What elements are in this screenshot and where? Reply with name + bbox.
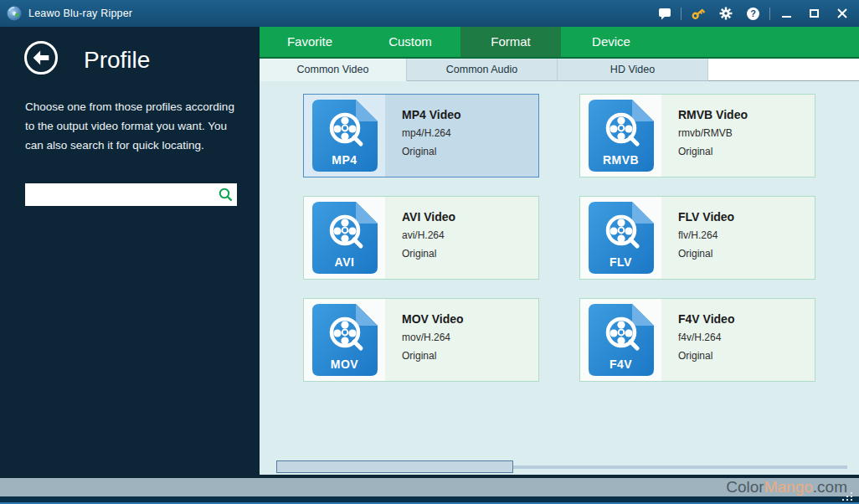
taskbar-strip: [0, 496, 859, 504]
profile-card-flv[interactable]: FLV FLV Video flv/H.264 Original: [579, 196, 815, 280]
card-title: MP4 Video: [402, 108, 538, 121]
feedback-button[interactable]: [651, 0, 678, 27]
card-format: mp4/H.264: [402, 127, 538, 139]
subtab-common-audio[interactable]: Common Audio: [407, 59, 558, 81]
card-icon-zone: MOV: [304, 299, 385, 381]
format-badge: AVI: [312, 255, 378, 269]
card-quality: Original: [678, 146, 815, 157]
card-format: avi/H.264: [402, 229, 538, 241]
subtab-common-video[interactable]: Common Video: [260, 59, 407, 81]
profile-card-mov[interactable]: MOV MOV Video mov/H.264 Original: [303, 298, 539, 382]
back-button[interactable]: [24, 41, 58, 75]
window-title: Leawo Blu-ray Ripper: [28, 8, 132, 19]
card-icon-zone: RMVB: [580, 95, 661, 177]
video-file-icon: AVI: [312, 202, 378, 274]
horizontal-scrollbar-thumb[interactable]: [276, 460, 513, 473]
card-title: RMVB Video: [678, 108, 815, 121]
video-file-icon: RMVB: [589, 100, 654, 172]
category-tabbar: Favorite Custom Format Device: [260, 27, 859, 59]
watermark-text: ColorMango.com: [726, 478, 847, 496]
format-badge: FLV: [589, 255, 654, 269]
search-icon[interactable]: [219, 188, 233, 202]
titlebar-separator: [769, 8, 770, 20]
card-text: MP4 Video mp4/H.264 Original: [385, 95, 538, 177]
card-quality: Original: [402, 350, 538, 362]
card-quality: Original: [402, 248, 538, 260]
format-badge: MP4: [312, 153, 378, 167]
help-icon: ?: [747, 8, 759, 20]
settings-button[interactable]: [712, 0, 739, 27]
watermark-band: ColorMango.com: [0, 478, 859, 496]
back-arrow-icon: [32, 49, 50, 66]
card-title: MOV Video: [402, 312, 538, 326]
profile-search: [25, 183, 237, 206]
format-badge: RMVB: [589, 153, 654, 167]
video-file-icon: F4V: [589, 304, 654, 376]
register-button[interactable]: [684, 0, 712, 27]
card-format: mov/H.264: [402, 332, 538, 343]
help-button[interactable]: ?: [739, 0, 767, 27]
card-format: rmvb/RMVB: [678, 127, 815, 139]
video-file-icon: MOV: [312, 304, 378, 376]
format-subtabs: Common Video Common Audio HD Video: [260, 59, 859, 81]
card-quality: Original: [678, 350, 815, 362]
maximize-icon: [810, 9, 819, 18]
watermark-color: Color: [726, 478, 764, 496]
subtab-filler: [708, 59, 859, 81]
tab-custom[interactable]: Custom: [360, 27, 460, 57]
card-icon-zone: F4V: [580, 299, 661, 381]
minimize-icon: [782, 16, 791, 18]
card-icon-zone: AVI: [304, 197, 385, 279]
page-title: Profile: [84, 47, 150, 74]
card-title: F4V Video: [678, 312, 815, 326]
card-quality: Original: [678, 248, 815, 260]
card-format: flv/H.264: [678, 229, 815, 241]
app-logo-disc-icon: [7, 6, 22, 21]
resize-grip-icon[interactable]: [842, 492, 852, 500]
minimize-button[interactable]: [773, 0, 800, 27]
close-button[interactable]: [828, 0, 856, 27]
sidebar: Profile Choose one from those profiles a…: [0, 27, 260, 478]
search-input[interactable]: [25, 183, 213, 206]
video-file-icon: FLV: [589, 202, 654, 274]
window-controls: ?: [651, 0, 859, 27]
format-badge: MOV: [312, 357, 378, 371]
maximize-button[interactable]: [800, 0, 828, 27]
card-title: AVI Video: [402, 210, 538, 224]
profile-card-f4v[interactable]: F4V F4V Video f4v/H.264 Original: [579, 298, 815, 382]
key-icon: [687, 3, 708, 23]
title-bar: Leawo Blu-ray Ripper: [0, 0, 859, 27]
card-text: RMVB Video rmvb/RMVB Original: [661, 95, 815, 177]
profile-card-rmvb[interactable]: RMVB RMVB Video rmvb/RMVB Original: [579, 94, 815, 177]
tab-favorite[interactable]: Favorite: [260, 27, 360, 57]
subtab-hd-video[interactable]: HD Video: [558, 59, 708, 81]
tab-format[interactable]: Format: [460, 27, 561, 57]
close-icon: [837, 8, 847, 18]
card-text: F4V Video f4v/H.264 Original: [661, 299, 815, 381]
titlebar-separator: [681, 8, 682, 20]
profile-card-avi[interactable]: AVI AVI Video avi/H.264 Original: [303, 196, 539, 280]
card-text: FLV Video flv/H.264 Original: [661, 197, 815, 279]
card-icon-zone: FLV: [580, 197, 661, 279]
profile-grid: MP4 MP4 Video mp4/H.264 Original: [260, 81, 859, 475]
gear-icon: [719, 7, 733, 20]
tab-device[interactable]: Device: [561, 27, 661, 57]
card-quality: Original: [402, 146, 538, 157]
card-text: MOV Video mov/H.264 Original: [385, 299, 538, 381]
watermark-mango: Mango: [764, 478, 813, 496]
card-format: f4v/H.264: [678, 332, 815, 343]
card-title: FLV Video: [678, 210, 815, 224]
format-badge: F4V: [589, 357, 654, 371]
speech-bubble-icon: [658, 8, 671, 20]
main-panel: Favorite Custom Format Device Common Vid…: [260, 27, 859, 475]
card-icon-zone: MP4: [304, 95, 385, 177]
profile-description: Choose one from those profiles according…: [25, 97, 244, 155]
video-file-icon: MP4: [312, 100, 378, 172]
card-text: AVI Video avi/H.264 Original: [385, 197, 538, 279]
profile-card-mp4[interactable]: MP4 MP4 Video mp4/H.264 Original: [303, 94, 539, 177]
